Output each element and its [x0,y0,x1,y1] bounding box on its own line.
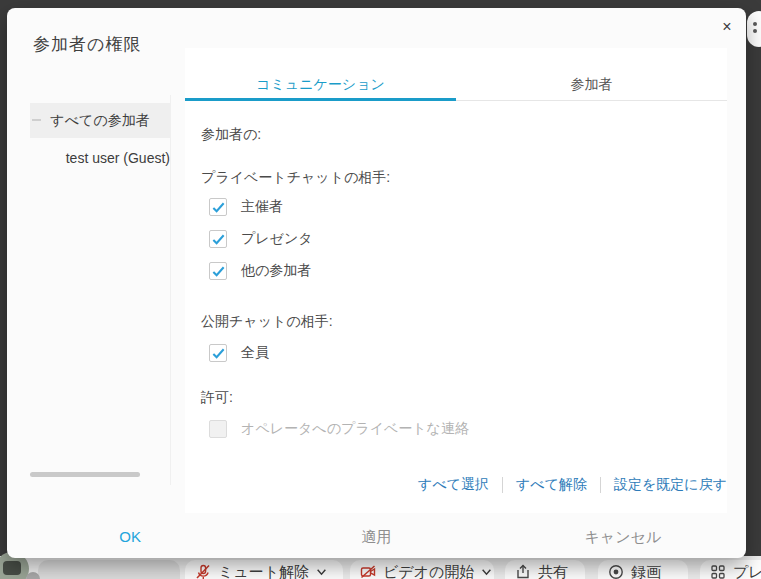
checkbox-checked-icon[interactable] [209,262,227,280]
close-icon[interactable]: × [716,16,738,38]
record-button[interactable]: 録画 [598,560,688,579]
layout-label: プレ [733,563,761,579]
avatar-badge [26,572,40,579]
unmute-button[interactable]: ミュート解除 [185,560,343,579]
cancel-button[interactable]: キャンセル [500,522,746,552]
share-icon [515,564,531,579]
checkbox-label: オペレータへのプライベートな連絡 [241,420,469,438]
checkbox-label: 主催者 [241,198,283,216]
avatar-figure [3,561,21,575]
allow-label: 許可: [201,389,233,407]
sidebar-item-label: すべての参加者 [50,112,149,130]
checkbox-label: プレゼンタ [241,230,313,248]
divider [502,477,503,493]
checkbox-unchecked-icon [209,420,227,438]
checkbox-row-other-participants[interactable]: 他の参加者 [209,262,311,280]
public-chat-label: 公開チャットの相手: [201,313,333,331]
checkbox-checked-icon[interactable] [209,198,227,216]
sidebar-horizontal-scrollbar[interactable] [30,472,140,477]
bulk-action-links: すべて選択 すべて解除 設定を既定に戻す [418,476,727,494]
dialog-footer: OK 適用 キャンセル [7,522,746,552]
checkbox-checked-icon[interactable] [209,344,227,362]
share-button[interactable]: 共有 [505,560,585,579]
tab-bar: コミュニケーション 参加者 [185,70,727,101]
record-icon [608,564,624,579]
camera-off-icon [360,564,376,579]
sidebar-item-label: test user (Guest) [66,150,170,166]
checkbox-label: 他の参加者 [241,262,311,280]
tab-participants[interactable]: 参加者 [456,70,727,101]
meeting-toolbar: ミュート解除 ビデオの開始 共有 [0,556,761,579]
tree-dash [32,119,41,121]
checkbox-checked-icon[interactable] [209,230,227,248]
mic-off-icon [195,564,211,579]
select-all-link[interactable]: すべて選択 [418,476,489,494]
checkbox-row-host[interactable]: 主催者 [209,198,283,216]
sidebar-item-test-user[interactable]: test user (Guest) [30,143,170,173]
private-chat-label: プライベートチャットの相手: [201,169,390,187]
participant-list: すべての参加者 test user (Guest) [30,95,171,485]
grid-icon [710,564,726,579]
checkbox-row-operator-contact: オペレータへのプライベートな連絡 [209,420,469,438]
start-video-button[interactable]: ビデオの開始 [350,560,494,579]
floating-panel-handle[interactable] [747,11,761,47]
apply-button[interactable]: 適用 [253,522,499,552]
chevron-down-icon[interactable] [316,564,327,579]
participant-privileges-dialog: 参加者の権限 × すべての参加者 test user (Guest) コミュニケ… [7,8,746,558]
dialog-title: 参加者の権限 [33,33,141,56]
start-video-label: ビデオの開始 [383,563,474,579]
toolbar-left-button[interactable] [38,560,180,579]
share-label: 共有 [538,563,568,579]
unmute-label: ミュート解除 [218,563,309,579]
chevron-down-icon[interactable] [481,564,492,579]
record-label: 録画 [631,563,661,579]
screen: ミュート解除 ビデオの開始 共有 [0,0,761,579]
tab-communication[interactable]: コミュニケーション [185,70,456,101]
sidebar-item-all-participants[interactable]: すべての参加者 [30,103,170,138]
checkbox-row-presenter[interactable]: プレゼンタ [209,230,313,248]
ok-button[interactable]: OK [7,522,253,552]
reset-defaults-link[interactable]: 設定を既定に戻す [614,476,727,494]
clear-all-link[interactable]: すべて解除 [516,476,587,494]
checkbox-label: 全員 [241,344,269,362]
drag-dots-icon [753,22,757,26]
privileges-content: コミュニケーション 参加者 参加者の: プライベートチャットの相手: 主催者 プ… [185,48,727,513]
layout-button[interactable]: プレ [700,560,761,579]
divider [600,477,601,493]
checkbox-row-everyone[interactable]: 全員 [209,344,269,362]
participant-of-label: 参加者の: [201,126,261,144]
